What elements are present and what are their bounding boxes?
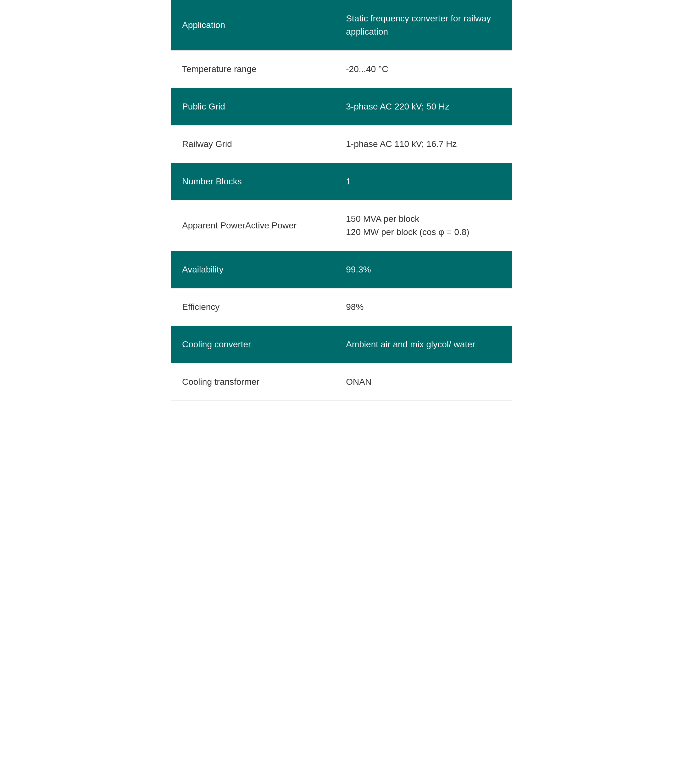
- label-cooling-converter: Cooling converter: [171, 326, 335, 363]
- row-apparent-active-power: Apparent PowerActive Power150 MVA per bl…: [171, 201, 512, 251]
- row-public-grid: Public Grid3-phase AC 220 kV; 50 Hz: [171, 88, 512, 125]
- label-temperature-range: Temperature range: [171, 51, 335, 88]
- label-apparent-active-power: Apparent PowerActive Power: [171, 201, 335, 251]
- label-number-blocks: Number Blocks: [171, 163, 335, 200]
- label-railway-grid: Railway Grid: [171, 125, 335, 163]
- row-cooling-transformer: Cooling transformerONAN: [171, 363, 512, 401]
- row-availability: Availability99.3%: [171, 251, 512, 289]
- value-public-grid: 3-phase AC 220 kV; 50 Hz: [335, 88, 512, 125]
- row-cooling-converter: Cooling converterAmbient air and mix gly…: [171, 326, 512, 363]
- label-availability: Availability: [171, 251, 335, 288]
- label-application: Application: [171, 0, 335, 50]
- value-number-blocks: 1: [335, 163, 512, 200]
- label-public-grid: Public Grid: [171, 88, 335, 125]
- row-railway-grid: Railway Grid1-phase AC 110 kV; 16.7 Hz: [171, 125, 512, 163]
- row-application: ApplicationStatic frequency converter fo…: [171, 0, 512, 51]
- value-cooling-transformer: ONAN: [335, 363, 512, 400]
- value-railway-grid: 1-phase AC 110 kV; 16.7 Hz: [335, 125, 512, 163]
- specs-table: ApplicationStatic frequency converter fo…: [171, 0, 512, 401]
- row-temperature-range: Temperature range-20...40 °C: [171, 51, 512, 88]
- value-apparent-active-power: 150 MVA per block120 MW per block (cos φ…: [335, 201, 512, 251]
- value-availability: 99.3%: [335, 251, 512, 288]
- row-efficiency: Efficiency98%: [171, 289, 512, 326]
- label-cooling-transformer: Cooling transformer: [171, 363, 335, 400]
- value-cooling-converter: Ambient air and mix glycol/ water: [335, 326, 512, 363]
- row-number-blocks: Number Blocks1: [171, 163, 512, 201]
- value-temperature-range: -20...40 °C: [335, 51, 512, 88]
- label-efficiency: Efficiency: [171, 289, 335, 326]
- value-efficiency: 98%: [335, 289, 512, 326]
- value-application: Static frequency converter for railway a…: [335, 0, 512, 50]
